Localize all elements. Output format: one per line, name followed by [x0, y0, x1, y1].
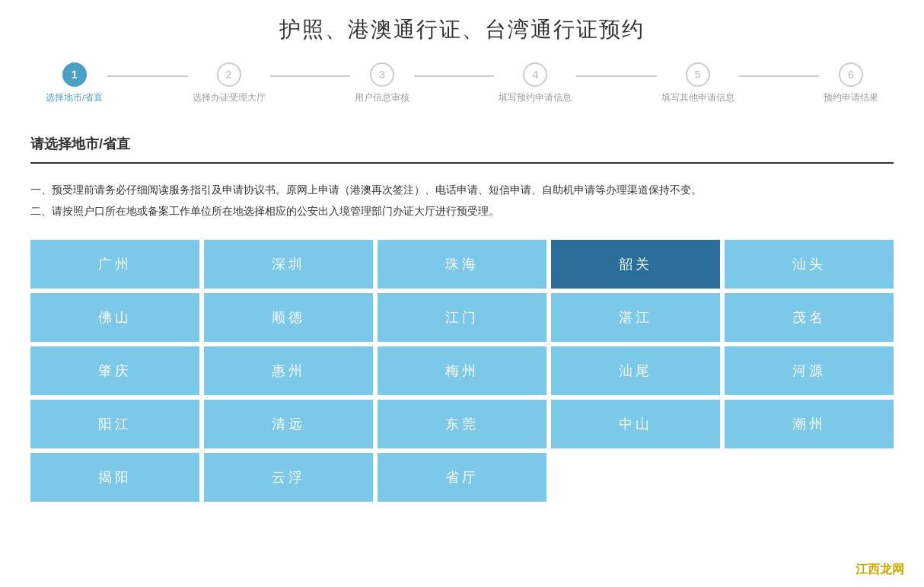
step-circle-5: 5 [686, 62, 710, 87]
section-title: 请选择地市/省直 [30, 135, 894, 164]
city-btn-empty1 [551, 453, 720, 502]
city-btn-shunde[interactable]: 顺德 [204, 293, 373, 342]
city-btn-zhaoqing[interactable]: 肇庆 [30, 346, 199, 395]
notice-line1: 一、预受理前请务必仔细阅读服务指引及申请协议书。原网上申请（港澳再次签注）、电话… [30, 179, 894, 200]
city-btn-qingyuan[interactable]: 清远 [204, 400, 373, 448]
city-btn-heyuan[interactable]: 河源 [725, 346, 894, 395]
city-btn-shenzhen[interactable]: 深圳 [204, 240, 373, 289]
city-btn-chaozhou[interactable]: 潮州 [725, 400, 894, 448]
city-btn-zhuhai[interactable]: 珠海 [378, 240, 546, 289]
steps-container: 1选择地市/省直2选择办证受理大厅3用户信息审核4填写预约申请信息5填写其他申请… [30, 62, 894, 104]
step-label-5: 填写其他申请信息 [661, 91, 734, 104]
city-btn-shengting[interactable]: 省厅 [378, 453, 546, 502]
city-btn-shaoguan[interactable]: 韶关 [551, 240, 720, 289]
step-line-3 [414, 75, 494, 77]
city-btn-foshan[interactable]: 佛山 [30, 293, 199, 342]
step-1: 1选择地市/省直 [46, 62, 103, 104]
step-line-5 [739, 75, 819, 77]
city-btn-huizhou[interactable]: 惠州 [204, 346, 373, 395]
city-btn-zhongshan[interactable]: 中山 [551, 400, 720, 448]
step-circle-3: 3 [370, 62, 394, 87]
city-btn-shanwei[interactable]: 汕尾 [551, 346, 720, 395]
city-btn-yunfu[interactable]: 云浮 [204, 453, 373, 502]
step-3[interactable]: 3用户信息审核 [355, 62, 409, 104]
step-circle-4: 4 [523, 62, 547, 87]
step-label-3: 用户信息审核 [355, 91, 409, 104]
step-line-4 [576, 75, 656, 77]
city-btn-empty2 [725, 453, 894, 502]
step-4[interactable]: 4填写预约申请信息 [499, 62, 572, 104]
step-label-2: 选择办证受理大厅 [193, 91, 266, 104]
city-btn-maoming[interactable]: 茂名 [725, 293, 894, 342]
step-label-6: 预约申请结果 [824, 91, 878, 104]
step-label-1: 选择地市/省直 [46, 91, 103, 104]
city-btn-jiangmen[interactable]: 江门 [378, 293, 546, 342]
step-6[interactable]: 6预约申请结果 [824, 62, 878, 104]
step-line-1 [107, 75, 187, 77]
city-btn-guangzhou[interactable]: 广州 [30, 240, 199, 289]
city-btn-dongguan[interactable]: 东莞 [378, 400, 546, 448]
step-label-4: 填写预约申请信息 [499, 91, 572, 104]
step-2[interactable]: 2选择办证受理大厅 [193, 62, 266, 104]
city-btn-yangjiang[interactable]: 阳江 [30, 400, 199, 448]
notice-line2: 二、请按照户口所在地或备案工作单位所在地选择相应的公安出入境管理部门办证大厅进行… [30, 200, 894, 222]
page-container: 护照、港澳通行证、台湾通行证预约 1选择地市/省直2选择办证受理大厅3用户信息审… [0, 0, 924, 532]
step-5[interactable]: 5填写其他申请信息 [661, 62, 734, 104]
notice-text: 一、预受理前请务必仔细阅读服务指引及申请协议书。原网上申请（港澳再次签注）、电话… [30, 179, 894, 222]
city-btn-zhanjiang[interactable]: 湛江 [551, 293, 720, 342]
city-grid: 广州深圳珠海韶关汕头佛山顺德江门湛江茂名肇庆惠州梅州汕尾河源阳江清远东莞中山潮州… [30, 240, 894, 502]
step-circle-1: 1 [62, 62, 87, 87]
page-title: 护照、港澳通行证、台湾通行证预约 [30, 15, 894, 44]
city-btn-meizhou[interactable]: 梅州 [378, 346, 546, 395]
step-circle-2: 2 [217, 62, 241, 87]
step-circle-6: 6 [839, 62, 863, 87]
city-btn-shantou[interactable]: 汕头 [725, 240, 894, 289]
city-btn-jieyang[interactable]: 揭阳 [30, 453, 199, 502]
step-line-2 [270, 75, 350, 77]
